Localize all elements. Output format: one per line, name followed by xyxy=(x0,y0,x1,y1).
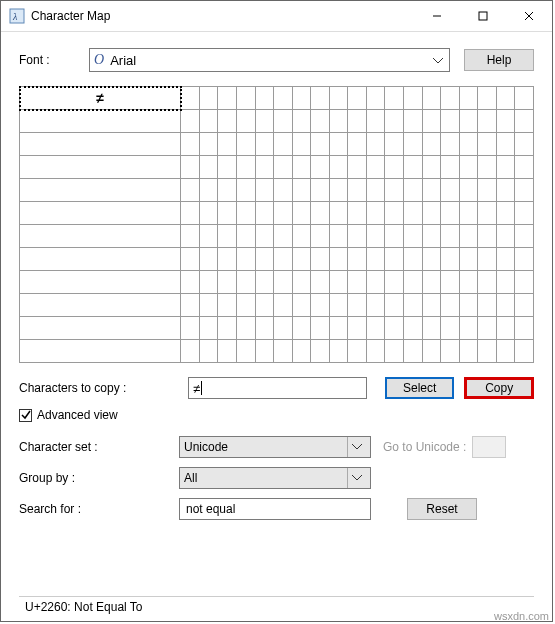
character-cell[interactable] xyxy=(329,294,348,317)
character-cell[interactable] xyxy=(329,156,348,179)
character-cell[interactable] xyxy=(496,317,515,340)
character-cell[interactable] xyxy=(385,87,404,110)
character-cell[interactable] xyxy=(255,340,274,363)
character-cell[interactable] xyxy=(181,156,200,179)
character-cell[interactable] xyxy=(218,317,237,340)
character-cell[interactable] xyxy=(385,225,404,248)
character-cell[interactable] xyxy=(515,317,534,340)
character-cell[interactable] xyxy=(441,133,460,156)
character-set-combobox[interactable]: Unicode xyxy=(179,436,371,458)
character-cell[interactable] xyxy=(348,133,367,156)
character-cell[interactable] xyxy=(255,225,274,248)
character-cell[interactable] xyxy=(20,179,181,202)
character-cell[interactable] xyxy=(218,294,237,317)
character-cell[interactable] xyxy=(236,202,255,225)
character-cell[interactable] xyxy=(478,248,497,271)
character-cell[interactable] xyxy=(20,156,181,179)
character-cell[interactable] xyxy=(366,271,385,294)
character-cell[interactable] xyxy=(496,179,515,202)
character-cell[interactable] xyxy=(181,248,200,271)
character-cell[interactable] xyxy=(441,317,460,340)
character-cell[interactable] xyxy=(292,294,311,317)
character-cell[interactable] xyxy=(236,179,255,202)
character-cell[interactable] xyxy=(441,225,460,248)
character-cell[interactable] xyxy=(459,110,478,133)
character-cell[interactable] xyxy=(274,225,293,248)
character-cell[interactable] xyxy=(366,87,385,110)
character-cell[interactable] xyxy=(255,294,274,317)
character-cell[interactable] xyxy=(478,156,497,179)
character-cell[interactable] xyxy=(292,202,311,225)
character-cell[interactable] xyxy=(515,110,534,133)
character-cell[interactable] xyxy=(292,179,311,202)
character-cell[interactable] xyxy=(274,156,293,179)
character-cell[interactable] xyxy=(422,110,441,133)
character-cell[interactable] xyxy=(329,110,348,133)
character-cell[interactable] xyxy=(441,340,460,363)
character-cell[interactable] xyxy=(199,87,218,110)
character-cell[interactable] xyxy=(20,202,181,225)
character-cell[interactable] xyxy=(274,87,293,110)
character-cell[interactable] xyxy=(404,87,423,110)
character-cell[interactable] xyxy=(199,110,218,133)
character-cell[interactable] xyxy=(348,110,367,133)
character-cell[interactable] xyxy=(348,271,367,294)
character-cell[interactable] xyxy=(385,294,404,317)
character-cell[interactable] xyxy=(496,225,515,248)
character-cell[interactable] xyxy=(422,202,441,225)
character-cell[interactable] xyxy=(459,87,478,110)
character-cell[interactable] xyxy=(441,248,460,271)
character-cell[interactable] xyxy=(385,202,404,225)
character-cell[interactable] xyxy=(366,110,385,133)
character-cell[interactable] xyxy=(292,87,311,110)
character-cell[interactable] xyxy=(292,271,311,294)
character-cell[interactable] xyxy=(311,317,330,340)
character-cell[interactable] xyxy=(496,87,515,110)
character-cell[interactable] xyxy=(218,225,237,248)
character-cell[interactable] xyxy=(459,133,478,156)
character-cell[interactable] xyxy=(311,202,330,225)
character-cell[interactable] xyxy=(20,340,181,363)
character-cell[interactable] xyxy=(422,271,441,294)
character-cell[interactable] xyxy=(255,248,274,271)
character-cell[interactable] xyxy=(292,156,311,179)
character-cell[interactable] xyxy=(366,248,385,271)
character-cell[interactable] xyxy=(515,294,534,317)
character-cell[interactable] xyxy=(199,294,218,317)
character-cell[interactable] xyxy=(292,317,311,340)
character-cell[interactable] xyxy=(441,156,460,179)
character-cell[interactable] xyxy=(478,179,497,202)
character-cell[interactable] xyxy=(181,202,200,225)
character-cell[interactable] xyxy=(404,179,423,202)
character-cell[interactable] xyxy=(20,133,181,156)
maximize-button[interactable] xyxy=(460,1,506,31)
character-cell[interactable] xyxy=(292,133,311,156)
character-cell[interactable] xyxy=(459,202,478,225)
character-cell[interactable] xyxy=(515,179,534,202)
search-for-input[interactable]: not equal xyxy=(179,498,371,520)
character-cell[interactable] xyxy=(348,202,367,225)
character-cell[interactable] xyxy=(459,156,478,179)
character-cell[interactable] xyxy=(181,294,200,317)
character-cell[interactable] xyxy=(422,294,441,317)
character-cell[interactable] xyxy=(329,202,348,225)
character-cell[interactable] xyxy=(311,133,330,156)
character-cell[interactable] xyxy=(20,248,181,271)
character-cell[interactable] xyxy=(236,87,255,110)
character-cell[interactable] xyxy=(311,294,330,317)
character-cell[interactable] xyxy=(311,340,330,363)
character-cell[interactable] xyxy=(329,271,348,294)
character-cell[interactable] xyxy=(181,225,200,248)
character-cell[interactable] xyxy=(255,110,274,133)
character-cell[interactable] xyxy=(218,340,237,363)
character-cell[interactable] xyxy=(329,87,348,110)
character-cell[interactable] xyxy=(348,294,367,317)
character-cell[interactable] xyxy=(459,340,478,363)
character-cell[interactable] xyxy=(348,179,367,202)
character-cell[interactable] xyxy=(422,87,441,110)
character-cell[interactable] xyxy=(274,340,293,363)
character-cell[interactable] xyxy=(422,179,441,202)
character-cell[interactable] xyxy=(366,294,385,317)
character-cell[interactable] xyxy=(422,248,441,271)
character-cell[interactable] xyxy=(236,156,255,179)
